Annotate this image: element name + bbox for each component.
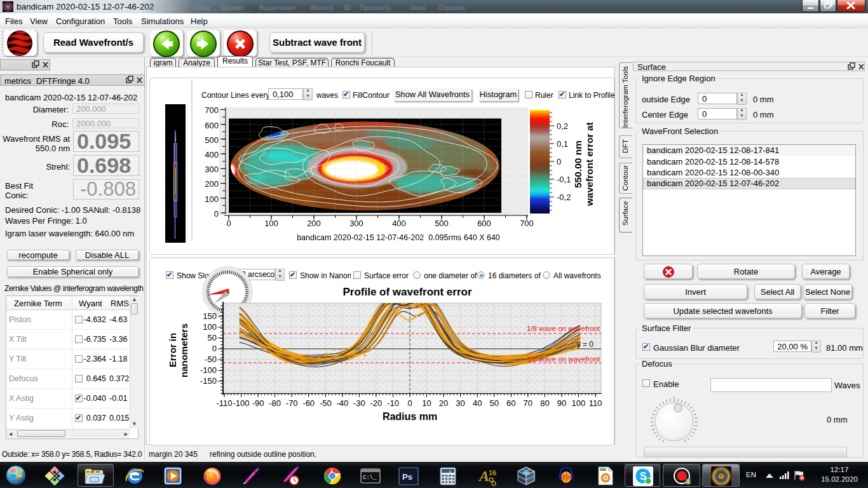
svg-text:0,1: 0,1 (557, 139, 568, 149)
svg-text:-100: -100 (233, 398, 249, 408)
svg-text:1/8 wave on wavefront: 1/8 wave on wavefront (527, 325, 600, 332)
svg-text:-70: -70 (286, 398, 298, 408)
svg-text:0: 0 (212, 344, 217, 353)
svg-text:16: 16 (489, 469, 496, 477)
svg-text:-50: -50 (205, 355, 217, 364)
svg-text:50: 50 (208, 333, 217, 342)
svg-text:40: 40 (473, 398, 482, 408)
svg-text:150: 150 (203, 311, 217, 321)
svg-text:Ps: Ps (402, 472, 412, 482)
svg-text:-50: -50 (320, 398, 332, 408)
svg-text:100: 100 (572, 398, 586, 408)
svg-text:-110: -110 (216, 398, 232, 408)
svg-text:60: 60 (506, 398, 515, 408)
svg-text:y = 0: y = 0 (577, 340, 594, 349)
svg-text:0: 0 (557, 157, 561, 166)
svg-text:90: 90 (557, 398, 566, 408)
svg-text:70: 70 (524, 398, 532, 408)
svg-text:-10: -10 (387, 398, 399, 408)
svg-text:0,2: 0,2 (557, 121, 568, 131)
svg-text:ICO: ICO (600, 468, 606, 471)
svg-text:100: 100 (203, 322, 217, 332)
svg-text:-0,2: -0,2 (557, 193, 571, 202)
svg-text:110: 110 (589, 398, 602, 408)
svg-text:-0,1: -0,1 (557, 175, 571, 184)
svg-text:C:\_: C:\_ (363, 475, 377, 481)
svg-text:80: 80 (540, 398, 549, 408)
svg-text:-60: -60 (302, 398, 315, 408)
svg-text:-20: -20 (370, 398, 383, 408)
svg-text:0: 0 (449, 470, 451, 474)
svg-text:-100: -100 (200, 365, 217, 375)
svg-text:-30: -30 (353, 398, 365, 408)
svg-text:10: 10 (422, 398, 431, 408)
svg-text:-150: -150 (200, 376, 217, 386)
svg-text:-80: -80 (269, 398, 281, 408)
svg-text:20: 20 (439, 398, 448, 408)
svg-text:30: 30 (456, 398, 465, 408)
svg-text:1/8 wave on wavefront: 1/8 wave on wavefront (527, 355, 600, 363)
svg-text:0: 0 (407, 398, 412, 408)
svg-text:A: A (478, 468, 489, 484)
svg-text:-90: -90 (252, 398, 264, 408)
svg-text:-40: -40 (336, 398, 348, 408)
svg-text:50: 50 (489, 398, 498, 408)
svg-text:Radius mm: Radius mm (383, 411, 437, 422)
